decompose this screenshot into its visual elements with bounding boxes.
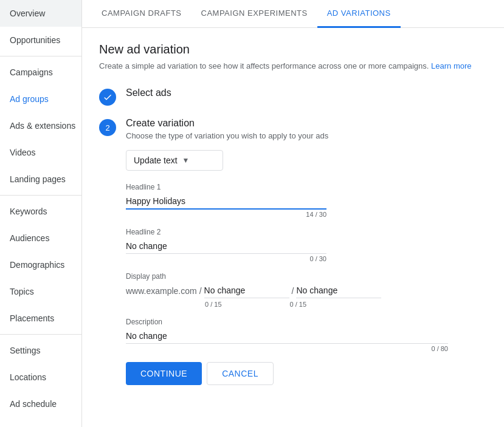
- tab-bar: Campaign Drafts Campaign Experiments Ad …: [82, 0, 504, 28]
- checkmark-icon: [103, 92, 112, 102]
- step1-title: Select ads: [126, 87, 487, 98]
- page-subtitle: Create a simple ad variation to see how …: [99, 61, 487, 70]
- sidebar-item-ad-schedule[interactable]: Ad schedule: [0, 391, 81, 417]
- button-row: CONTINUE CANCEL: [126, 362, 487, 385]
- sidebar-item-keywords[interactable]: Keywords: [0, 198, 81, 225]
- headline2-count: 0 / 30: [126, 255, 326, 262]
- display-path-label: Display path: [126, 272, 487, 281]
- step2-description: Choose the type of variation you wish to…: [126, 131, 487, 140]
- sidebar-item-ad-groups[interactable]: Ad groups: [0, 86, 81, 112]
- sidebar-item-placements[interactable]: Placements: [0, 305, 81, 332]
- display-path-input2[interactable]: [296, 283, 381, 298]
- sidebar-item-videos[interactable]: Videos: [0, 139, 81, 166]
- sidebar-item-topics[interactable]: Topics: [0, 278, 81, 305]
- display-path-counts: 0 / 15 0 / 15: [205, 301, 487, 308]
- content-area: New ad variation Create a simple ad vari…: [82, 28, 504, 427]
- variation-type-label: Update text: [134, 155, 178, 165]
- continue-button[interactable]: CONTINUE: [126, 362, 202, 385]
- headline2-section: Headline 2 0 / 30: [126, 228, 487, 262]
- variation-type-dropdown[interactable]: Update text ▼: [126, 150, 223, 171]
- sidebar-item-landing-pages[interactable]: Landing pages: [0, 166, 81, 193]
- display-path-count2: 0 / 15: [290, 301, 307, 308]
- step2-content: Create variation Choose the type of vari…: [126, 118, 487, 385]
- display-path-sep1: /: [199, 286, 202, 296]
- sidebar-item-campaigns[interactable]: Campaigns: [0, 59, 81, 86]
- step1-circle: [99, 89, 116, 106]
- headline1-label: Headline 1: [126, 183, 487, 191]
- display-path-count1: 0 / 15: [205, 301, 222, 308]
- description-section: Description 0 / 80: [126, 318, 487, 352]
- step2-row: 2 Create variation Choose the type of va…: [99, 118, 487, 385]
- sidebar-item-settings[interactable]: Settings: [0, 337, 81, 364]
- sidebar-item-ads-extensions[interactable]: Ads & extensions: [0, 112, 81, 139]
- headline1-section: Headline 1 14 / 30: [126, 183, 487, 218]
- step1-content: Select ads: [126, 87, 487, 101]
- sidebar-item-devices[interactable]: Devices: [0, 417, 81, 427]
- page-title: New ad variation: [99, 43, 487, 56]
- sidebar-item-overview[interactable]: Overview: [0, 0, 81, 27]
- sidebar: Overview Opportunities Campaigns Ad grou…: [0, 0, 82, 427]
- description-label: Description: [126, 318, 487, 326]
- step2-title: Create variation: [126, 118, 487, 129]
- description-input[interactable]: [126, 329, 448, 344]
- tab-campaign-experiments[interactable]: Campaign Experiments: [192, 0, 317, 28]
- description-count: 0 / 80: [126, 345, 448, 352]
- headline2-label: Headline 2: [126, 228, 487, 236]
- headline1-input[interactable]: [126, 194, 326, 210]
- chevron-down-icon: ▼: [182, 156, 190, 165]
- display-path-input1[interactable]: [204, 283, 289, 298]
- display-path-section: Display path www.example.com / / 0 / 15 …: [126, 272, 487, 308]
- headline1-count: 14 / 30: [126, 211, 326, 218]
- step1-row: Select ads: [99, 87, 487, 106]
- sidebar-item-opportunities[interactable]: Opportunities: [0, 27, 81, 53]
- tab-ad-variations[interactable]: Ad Variations: [317, 0, 401, 28]
- display-path-row: www.example.com / /: [126, 283, 487, 298]
- learn-more-link[interactable]: Learn more: [431, 61, 471, 70]
- tab-campaign-drafts[interactable]: Campaign Drafts: [92, 0, 192, 28]
- headline2-input[interactable]: [126, 239, 326, 254]
- sidebar-item-audiences[interactable]: Audiences: [0, 225, 81, 251]
- step2-circle: 2: [99, 119, 116, 136]
- display-path-domain: www.example.com: [126, 286, 197, 296]
- sidebar-item-locations[interactable]: Locations: [0, 364, 81, 391]
- sidebar-item-demographics[interactable]: Demographics: [0, 251, 81, 278]
- cancel-button[interactable]: CANCEL: [207, 362, 274, 385]
- display-path-sep2: /: [292, 286, 294, 296]
- main-content: Campaign Drafts Campaign Experiments Ad …: [82, 0, 504, 427]
